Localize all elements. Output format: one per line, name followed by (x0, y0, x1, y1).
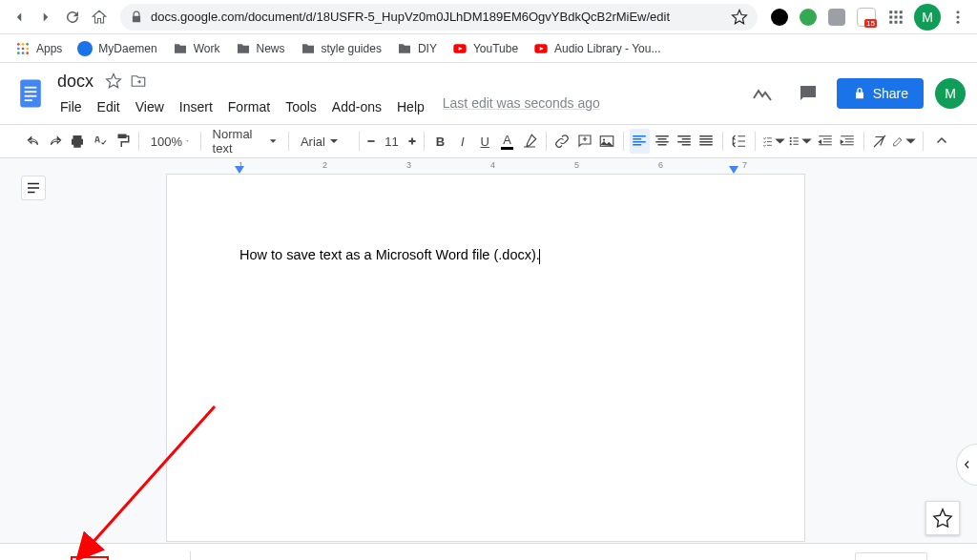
svg-rect-2 (900, 10, 903, 13)
star-icon[interactable] (105, 73, 122, 90)
activity-icon[interactable] (745, 76, 780, 111)
svg-point-10 (957, 15, 960, 18)
svg-point-20 (26, 52, 29, 54)
zoom-select[interactable]: 100% (145, 131, 195, 153)
outline-toggle-button[interactable] (21, 176, 46, 200)
svg-point-13 (22, 43, 25, 46)
font-size-decrease[interactable] (365, 129, 377, 154)
svg-rect-24 (25, 87, 37, 89)
font-size-increase[interactable] (406, 129, 418, 154)
editing-mode-button[interactable] (892, 129, 917, 154)
chrome-menu-button[interactable] (945, 4, 971, 31)
move-folder-icon[interactable] (130, 73, 147, 90)
forward-button[interactable] (32, 4, 59, 31)
undo-button[interactable] (23, 129, 43, 154)
extension-3-icon[interactable] (828, 9, 845, 26)
add-comment-button[interactable] (574, 129, 594, 154)
menu-addons[interactable]: Add-ons (325, 95, 388, 118)
star-bookmark-icon[interactable] (731, 9, 748, 26)
indent-marker-right[interactable] (729, 166, 738, 174)
underline-button[interactable]: U (475, 129, 495, 154)
horizontal-ruler[interactable]: 1 2 3 4 5 6 7 (166, 158, 805, 174)
menu-format[interactable]: Format (221, 95, 277, 118)
menu-view[interactable]: View (129, 95, 171, 118)
bookmark-style-guides[interactable]: style guides (293, 37, 389, 60)
download-chevron-button[interactable] (155, 555, 177, 561)
indent-marker-left[interactable] (235, 166, 244, 174)
menu-insert[interactable]: Insert (173, 95, 219, 118)
back-button[interactable] (6, 4, 32, 31)
svg-point-15 (17, 47, 20, 50)
toolbar: 100% Normal text Arial 11 B I U A (0, 124, 977, 158)
decrease-indent-button[interactable] (815, 129, 835, 154)
menu-edit[interactable]: Edit (91, 95, 127, 118)
menu-tools[interactable]: Tools (279, 95, 323, 118)
extension-ublock-icon[interactable] (857, 8, 876, 27)
svg-point-12 (17, 43, 20, 46)
svg-point-30 (790, 137, 792, 139)
extension-grid-icon[interactable] (887, 9, 904, 26)
print-button[interactable] (68, 129, 88, 154)
increase-indent-button[interactable] (838, 129, 858, 154)
svg-point-29 (603, 138, 605, 140)
text-color-button[interactable]: A (497, 129, 517, 154)
menu-help[interactable]: Help (390, 95, 431, 118)
highlight-button[interactable] (519, 129, 539, 154)
bookmark-mydaemen[interactable]: MyDaemen (70, 37, 164, 60)
paragraph-style-select[interactable]: Normal text (207, 123, 282, 159)
align-right-button[interactable] (674, 129, 694, 154)
spellcheck-button[interactable] (90, 129, 110, 154)
extension-2-icon[interactable] (800, 9, 817, 26)
italic-button[interactable]: I (452, 129, 472, 154)
lock-icon (130, 10, 143, 24)
close-download-bar-button[interactable] (935, 551, 966, 561)
bookmark-apps[interactable]: Apps (8, 37, 70, 60)
doc-title[interactable]: docx (53, 70, 97, 93)
checklist-button[interactable] (761, 129, 786, 154)
docs-logo-icon[interactable] (11, 74, 50, 113)
svg-rect-4 (895, 15, 898, 18)
show-all-button[interactable]: Show All (855, 552, 927, 560)
last-edit-text[interactable]: Last edit was seconds ago (443, 95, 600, 118)
share-button[interactable]: Share (837, 78, 924, 109)
extension-1-icon[interactable] (771, 9, 788, 26)
svg-point-11 (957, 20, 960, 23)
side-panel-toggle[interactable] (956, 444, 977, 486)
align-center-button[interactable] (652, 129, 672, 154)
bookmark-audio-library[interactable]: Audio Library - You... (526, 37, 668, 60)
bookmark-work[interactable]: Work (165, 37, 228, 60)
svg-point-17 (26, 47, 29, 50)
reload-button[interactable] (59, 4, 86, 31)
download-bar: W docx.docx Show All (0, 543, 977, 560)
address-bar[interactable]: docs.google.com/document/d/18USFR-5_HupV… (120, 4, 758, 31)
paint-format-button[interactable] (113, 129, 133, 154)
image-button[interactable] (596, 129, 616, 154)
svg-rect-27 (25, 99, 32, 101)
bullet-list-button[interactable] (788, 129, 813, 154)
menu-file[interactable]: File (53, 95, 89, 118)
hide-menus-button[interactable] (929, 129, 954, 154)
bookmark-youtube[interactable]: YouTube (445, 37, 526, 60)
comment-icon[interactable] (791, 76, 825, 111)
svg-rect-0 (889, 10, 892, 13)
lock-share-icon (852, 86, 867, 101)
align-justify-button[interactable] (696, 129, 717, 154)
bookmark-news[interactable]: News (228, 37, 293, 60)
link-button[interactable] (552, 129, 572, 154)
explore-button[interactable] (925, 501, 960, 535)
clear-formatting-button[interactable] (870, 129, 890, 154)
font-size-select[interactable]: 11 (379, 131, 405, 153)
bookmark-diy[interactable]: DIY (389, 37, 445, 60)
home-button[interactable] (86, 4, 113, 31)
line-spacing-button[interactable] (729, 129, 749, 154)
bold-button[interactable]: B (430, 129, 450, 154)
font-select[interactable]: Arial (295, 131, 353, 153)
svg-point-31 (790, 140, 792, 142)
svg-rect-25 (25, 91, 37, 93)
docs-profile-avatar[interactable]: M (935, 78, 966, 109)
download-item[interactable]: W docx.docx (11, 554, 186, 561)
redo-button[interactable] (45, 129, 65, 154)
chrome-profile-avatar[interactable]: M (914, 4, 941, 31)
document-page[interactable]: How to save text as a Microsoft Word fil… (166, 174, 805, 542)
align-left-button[interactable] (630, 129, 650, 154)
